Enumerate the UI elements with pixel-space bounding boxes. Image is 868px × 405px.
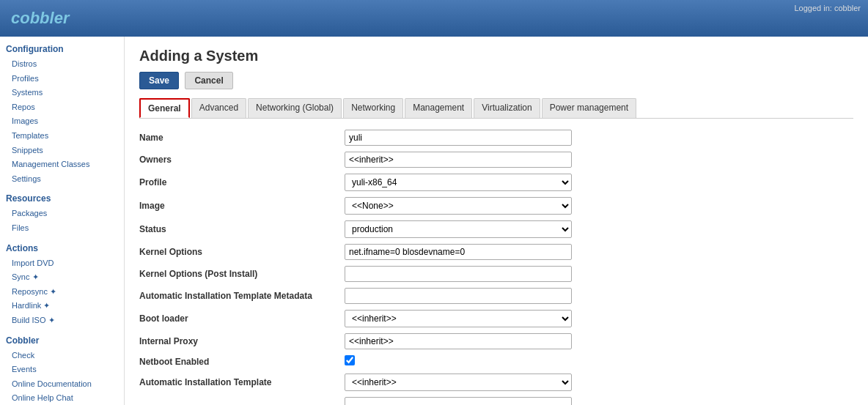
image-select[interactable]: <<None>> (345, 197, 572, 215)
field-boot-loader-row: Boot loader <<inherit>> (139, 310, 853, 327)
sidebar-item-help-chat[interactable]: Online Help Chat (6, 391, 118, 405)
field-auto-install-template-label: Automatic Installation Template (139, 377, 345, 387)
internal-proxy-input[interactable] (345, 333, 572, 349)
tab-networking[interactable]: Networking (343, 98, 403, 118)
tab-advanced[interactable]: Advanced (191, 98, 246, 118)
sidebar-item-online-docs[interactable]: Online Documentation (6, 377, 118, 392)
cancel-button[interactable]: Cancel (185, 72, 232, 89)
sidebar-item-files[interactable]: Files (6, 221, 118, 236)
sidebar-item-images[interactable]: Images (6, 114, 118, 129)
field-kernel-options-label: Kernel Options (139, 247, 345, 257)
logo-text: cobbler (11, 9, 69, 27)
field-profile-row: Profile yuli-x86_64 (139, 174, 853, 191)
kernel-options-post-input[interactable] (345, 266, 572, 282)
field-netboot-label: Netboot Enabled (139, 357, 345, 367)
field-auto-install-meta-row: Automatic Installation Template Metadata (139, 288, 853, 304)
sidebar-item-sync[interactable]: Sync ✦ (6, 270, 118, 285)
actions-heading: Actions (6, 243, 118, 253)
cobbler-heading: Cobbler (6, 335, 118, 346)
field-owners-label: Owners (139, 155, 345, 165)
field-name-label: Name (139, 133, 345, 143)
sidebar-item-snippets[interactable]: Snippets (6, 144, 118, 158)
auto-install-meta-input[interactable] (345, 288, 572, 304)
name-input[interactable] (345, 130, 572, 146)
sidebar-item-profiles[interactable]: Profiles (6, 72, 118, 86)
field-name-control (345, 130, 572, 146)
field-kernel-options-post-label: Kernel Options (Post Install) (139, 269, 345, 279)
field-internal-proxy-row: Internal Proxy (139, 333, 853, 349)
action-buttons: Save Cancel (139, 72, 853, 89)
field-comment-row: Comment (139, 397, 853, 405)
netboot-checkbox[interactable] (345, 355, 355, 365)
sidebar-item-packages[interactable]: Packages (6, 207, 118, 221)
tab-networking-global[interactable]: Networking (Global) (248, 98, 342, 118)
configuration-heading: Configuration (6, 44, 118, 54)
logo: cobbler (11, 9, 69, 28)
field-internal-proxy-label: Internal Proxy (139, 336, 345, 346)
field-status-label: Status (139, 224, 345, 234)
field-kernel-options-post-row: Kernel Options (Post Install) (139, 266, 853, 282)
field-boot-loader-label: Boot loader (139, 313, 345, 324)
main-content: Adding a System Save Cancel General Adva… (125, 37, 868, 405)
field-internal-proxy-control (345, 333, 572, 349)
sidebar-item-reposync[interactable]: Reposync ✦ (6, 285, 118, 300)
logged-in-text: Logged in: cobbler (794, 4, 861, 12)
sidebar-item-build-iso[interactable]: Build ISO ✦ (6, 313, 118, 328)
field-owners-control (345, 152, 572, 168)
resources-heading: Resources (6, 193, 118, 204)
profile-select[interactable]: yuli-x86_64 (345, 174, 572, 191)
field-image-control: <<None>> (345, 197, 572, 215)
field-status-control: production (345, 220, 572, 238)
auto-install-template-select[interactable]: <<inherit>> (345, 374, 572, 391)
owners-input[interactable] (345, 152, 572, 168)
sidebar-item-import-dvd[interactable]: Import DVD (6, 256, 118, 271)
field-kernel-options-control (345, 244, 572, 260)
field-auto-install-meta-label: Automatic Installation Template Metadata (139, 291, 345, 301)
tab-general[interactable]: General (139, 98, 190, 118)
save-button[interactable]: Save (139, 72, 179, 89)
field-profile-label: Profile (139, 177, 345, 187)
tab-virtualization[interactable]: Virtualization (474, 98, 540, 118)
comment-textarea[interactable] (345, 397, 572, 405)
tabs: General Advanced Networking (Global) Net… (139, 98, 853, 119)
form: Name Owners Profile yuli-x86_64 (139, 130, 853, 405)
field-netboot-row: Netboot Enabled (139, 355, 853, 368)
sidebar-item-hardlink[interactable]: Hardlink ✦ (6, 299, 118, 313)
header: cobbler Logged in: cobbler (0, 0, 868, 37)
sidebar-item-systems[interactable]: Systems (6, 86, 118, 100)
tab-power-management[interactable]: Power management (542, 98, 636, 118)
field-image-label: Image (139, 201, 345, 211)
field-profile-control: yuli-x86_64 (345, 174, 572, 191)
sidebar-item-events[interactable]: Events (6, 363, 118, 377)
sidebar-item-check[interactable]: Check (6, 349, 118, 363)
sidebar-item-settings[interactable]: Settings (6, 172, 118, 187)
field-kernel-options-row: Kernel Options (139, 244, 853, 260)
field-netboot-control (345, 355, 572, 368)
field-auto-install-template-row: Automatic Installation Template <<inheri… (139, 374, 853, 391)
field-image-row: Image <<None>> (139, 197, 853, 215)
field-auto-install-meta-control (345, 288, 572, 304)
field-kernel-options-post-control (345, 266, 572, 282)
status-select[interactable]: production (345, 220, 572, 238)
field-status-row: Status production (139, 220, 853, 238)
sidebar: Configuration Distros Profiles Systems R… (0, 37, 125, 405)
field-owners-row: Owners (139, 152, 853, 168)
field-auto-install-template-control: <<inherit>> (345, 374, 572, 391)
boot-loader-select[interactable]: <<inherit>> (345, 310, 572, 327)
sidebar-item-distros[interactable]: Distros (6, 57, 118, 72)
field-comment-control (345, 397, 572, 405)
kernel-options-input[interactable] (345, 244, 572, 260)
sidebar-item-repos[interactable]: Repos (6, 100, 118, 115)
sidebar-item-templates[interactable]: Templates (6, 129, 118, 144)
sidebar-item-management-classes[interactable]: Management Classes (6, 157, 118, 172)
field-name-row: Name (139, 130, 853, 146)
field-boot-loader-control: <<inherit>> (345, 310, 572, 327)
page-title: Adding a System (139, 48, 853, 64)
tab-management[interactable]: Management (405, 98, 472, 118)
